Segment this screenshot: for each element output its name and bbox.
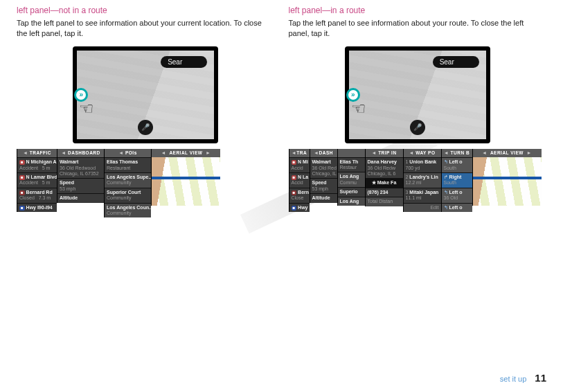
dashboard-speed-label: Speed	[60, 180, 74, 185]
panel-header-label: DASH	[319, 150, 333, 155]
panel-waypoints[interactable]: ◄ WAY PO 1 Union Bank700 yd 2 Landry's L…	[403, 149, 441, 212]
waypoint-name: Union Bank	[409, 159, 436, 164]
trip-total-distance-label: Total Distan	[368, 199, 393, 204]
waypoint-distance: 700 yd	[406, 166, 420, 170]
poi-name: Los Ang	[340, 174, 359, 179]
panel-row-right: ◄TRA ■ N MiAccid ■ N LaAccid ■ BernClose…	[289, 149, 547, 212]
trip-address-1: 36 Old Redw	[368, 166, 395, 170]
panel-aerial-view[interactable]: ◄ AERIAL VIEW ►	[151, 149, 220, 206]
panel-pois[interactable]: ◄ POIs Elias ThomasRestaurant Los Angele…	[104, 149, 151, 218]
turn-direction: Right	[449, 175, 461, 179]
phone-mock-left: Sear » ☜ 🎤	[73, 46, 218, 143]
phone-mock-right: Sear » ☜ 🎤	[345, 46, 490, 143]
traffic-distance: 7.3 m	[39, 195, 51, 200]
dashboard-place: Walmart	[60, 159, 78, 164]
traffic-distance: 5 m	[42, 180, 51, 185]
traffic-road: N Lamar Blvd	[26, 175, 57, 179]
waypoint-number: 1	[406, 159, 409, 164]
panel-header-label: TRA	[296, 150, 307, 155]
search-pill[interactable]: Sear	[161, 56, 207, 68]
panel-header-label: AERIAL VIEW	[169, 150, 202, 155]
section-heading-right: left panel—in a route	[289, 6, 547, 15]
panel-traffic[interactable]: ◄ TRAFFIC ■ N Michigan A..Accident 5 m ■…	[17, 149, 57, 212]
panel-turn-by-turn[interactable]: ◄ TURN B ↰ Left oSouth ↱ RightSouth ↰ Le…	[441, 149, 472, 212]
poi-name: Los Ang	[340, 199, 359, 204]
panel-row-left: ◄ TRAFFIC ■ N Michigan A..Accident 5 m ■…	[17, 149, 275, 218]
panel-header-label: DASHBOARD	[68, 150, 100, 155]
poi-category: Commu	[340, 180, 357, 185]
column-right: left panel—in a route Tap the left panel…	[289, 6, 547, 217]
turn-direction: Left o	[449, 190, 462, 195]
traffic-distance: 5 m	[42, 166, 51, 170]
traffic-road: Bernard Rd	[26, 190, 53, 195]
poi-name: Los Angeles Coun..	[107, 205, 151, 210]
poi-category: Community	[107, 195, 131, 200]
panel-header-label: POIs	[125, 150, 137, 155]
panel-trip-info[interactable]: ◄ TRIP IN Dana Harvey36 Old RedwChicago,…	[365, 149, 403, 206]
dashboard-speed-value: 53 mph	[60, 186, 75, 191]
waypoint-name: Mitaki Japan	[409, 190, 438, 195]
panel-traffic[interactable]: ◄TRA ■ N MiAccid ■ N LaAccid ■ BernClose…	[289, 149, 310, 212]
dashboard-altitude-label: Altitude	[60, 195, 78, 200]
panel-pois[interactable]: Elias ThRestaur Los AngCommu Superio Los…	[337, 149, 365, 206]
mic-icon: 🎤	[413, 123, 422, 131]
dashboard-address-2: Chicago, IL 67352	[60, 171, 99, 176]
poi-name: Elias Thomas	[107, 159, 138, 164]
turn-street: South	[444, 166, 456, 170]
panel-header-label: TRAFFIC	[30, 150, 51, 155]
panel-aerial-view[interactable]: ◄ AERIAL VIEW ►	[472, 149, 542, 206]
page-content: left panel—not in a route Tap the left p…	[0, 0, 563, 392]
dashboard-address-1: 36 Old Redwood	[60, 166, 96, 170]
poi-name: Superio	[340, 189, 358, 194]
turn-street: South	[444, 180, 456, 185]
section-body-right: Tap the left panel to see information ab…	[289, 18, 547, 39]
page-footer: set it up 11	[500, 372, 546, 384]
section-body-left: Tap the left panel to see information ab…	[17, 18, 275, 39]
dashboard-place: Walmart	[312, 159, 331, 164]
aerial-map	[473, 157, 542, 206]
page-number: 11	[535, 372, 546, 384]
dashboard-address-1: 36 Old Red	[312, 166, 337, 170]
panel-header-label: WAY PO	[415, 150, 435, 155]
panel-header-label: AERIAL VIEW	[490, 150, 524, 155]
waypoint-number: 2	[406, 175, 409, 179]
turn-direction: Left o	[449, 205, 462, 210]
dashboard-speed-value: 53 mph	[312, 186, 328, 191]
trip-name: Dana Harvey	[368, 159, 397, 164]
edit-button[interactable]: Edit	[430, 205, 438, 210]
waypoint-name: Landry's Lin	[409, 175, 438, 179]
mic-button[interactable]: 🎤	[138, 120, 153, 135]
waypoint-distance: 12.2 mi	[406, 180, 422, 185]
panel-header-label: TURN B	[451, 150, 470, 155]
waypoint-distance: 11.1 mi	[406, 195, 422, 200]
waypoint-number: 3	[406, 190, 409, 195]
traffic-type: Closed	[19, 195, 35, 200]
column-left: left panel—not in a route Tap the left p…	[17, 6, 275, 217]
traffic-type: Accident	[19, 166, 38, 170]
poi-name: Superior Court	[107, 190, 141, 195]
pointing-hand-icon: ☜	[79, 99, 94, 118]
traffic-road: N Michigan A..	[26, 159, 57, 164]
panel-dashboard[interactable]: ◄ DASHBOARD Walmart36 Old RedwoodChicago…	[57, 149, 104, 203]
mic-button[interactable]: 🎤	[410, 120, 425, 135]
poi-name: Los Angeles Supe..	[107, 175, 151, 179]
poi-category: Community	[107, 211, 131, 215]
traffic-type: Accident	[19, 180, 38, 185]
pointing-hand-icon: ☜	[351, 99, 366, 118]
aerial-map	[152, 157, 220, 206]
dashboard-altitude-label: Altitude	[312, 195, 330, 200]
poi-category: Restaur	[340, 165, 357, 170]
poi-name: Elias Th	[340, 159, 359, 164]
traffic-road: Hwy I90-I94	[26, 205, 53, 210]
mic-icon: 🎤	[141, 123, 150, 131]
panel-header-label: TRIP IN	[378, 150, 397, 155]
trip-address-2: Chicago, IL 6	[368, 171, 396, 176]
panel-dashboard[interactable]: ◄DASH Walmart36 Old RedChicago, IL Speed…	[310, 149, 337, 203]
make-favorite-button[interactable]: ★ Make Fa	[372, 180, 397, 185]
trip-phone: (876) 234	[368, 190, 388, 195]
dashboard-speed-label: Speed	[312, 180, 327, 185]
poi-category: Community	[107, 180, 131, 185]
poi-category: Restaurant	[107, 166, 130, 170]
footer-section-label: set it up	[500, 375, 527, 383]
search-pill[interactable]: Sear	[433, 56, 479, 68]
